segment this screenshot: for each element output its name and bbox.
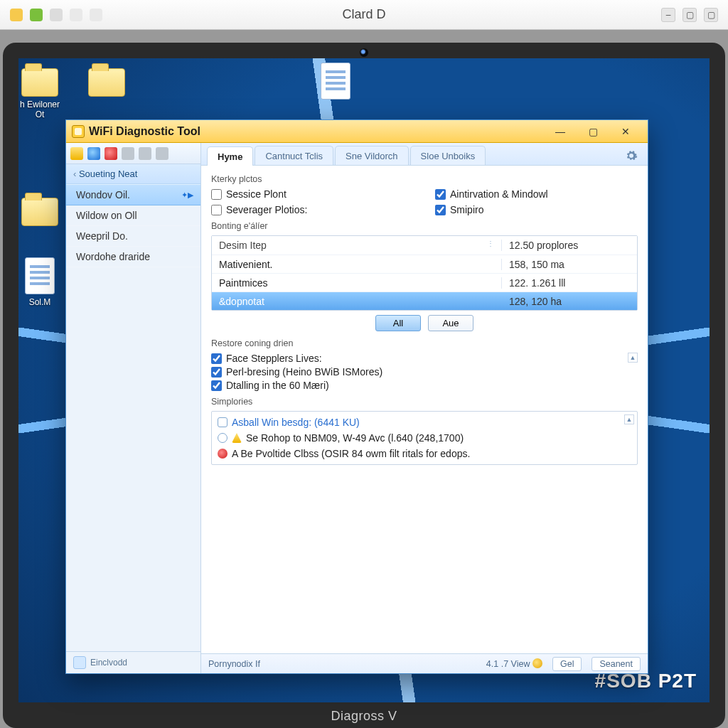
folder-icon — [21, 198, 58, 226]
restore-options: ▲ Face Stepplers Lives:Perl-bresing (Hei… — [211, 353, 638, 391]
sidebar-item[interactable]: Wordohe draride✦▶ — [66, 247, 200, 267]
row-value: 158, 150 ma — [502, 259, 637, 270]
row-name: Paintmices — [212, 277, 502, 289]
table-row[interactable]: &dopnotat128, 120 ha — [212, 291, 637, 310]
log-text: Se Rohop to NBM09, W-49 Avc (l.640 (248,… — [246, 432, 464, 444]
sidebar-footer-label: Einclvodd — [90, 658, 127, 668]
sidebar-item[interactable]: Wildow on Oll✦▶ — [66, 205, 200, 226]
scroll-up-icon[interactable]: ▲ — [628, 353, 638, 363]
status-btn-2[interactable]: Seanent — [592, 657, 641, 671]
row-name: &dopnotat — [212, 296, 502, 307]
row-value: 122. 1.261 lll — [502, 277, 637, 289]
table-row[interactable]: Paintmices122. 1.261 lll — [212, 273, 637, 291]
scroll-up-icon[interactable]: ▲ — [624, 414, 634, 424]
sidebar-item[interactable]: Wondov Oil.✦▶ — [66, 184, 200, 205]
tab-strip: HymeCantnuct TclisSne VildorchSloe Unboi… — [201, 143, 648, 166]
option-label: Face Stepplers Lives: — [226, 353, 322, 364]
sidebar-item[interactable]: Weepril Do.✦▶ — [66, 226, 200, 247]
monitor-brand-label: Diagross V — [18, 709, 710, 724]
desktop[interactable]: #SOB P2T h Ewiloner OtSol.M WiFi Diagnos… — [18, 58, 710, 702]
section-simplories-label: Simplories — [211, 397, 638, 407]
checkbox[interactable] — [211, 353, 222, 364]
status-left: Pornynodix If — [208, 659, 260, 669]
titlebar[interactable]: WiFi Diagnostic Tool — ▢ ✕ — [66, 120, 648, 143]
table-row[interactable]: Mativenient.158, 150 ma — [212, 255, 637, 273]
option[interactable]: Face Stepplers Lives: — [211, 353, 628, 364]
sidebar-item-label: Weepril Do. — [76, 230, 128, 242]
checkbox[interactable] — [211, 380, 222, 391]
desktop-icon[interactable] — [81, 68, 132, 100]
tab[interactable]: Sne Vildorch — [335, 146, 408, 165]
host-title: Clard D — [0, 7, 728, 22]
option[interactable]: Sessice Plont — [211, 188, 414, 200]
maximize-button[interactable]: ▢ — [577, 121, 609, 142]
sidebar-header[interactable]: Soueting Neat — [66, 164, 200, 184]
desktop-icon[interactable] — [310, 63, 361, 102]
checkbox[interactable] — [435, 189, 446, 200]
bars-icon[interactable] — [156, 147, 168, 160]
wrench-icon[interactable] — [122, 147, 134, 160]
chk-icon — [218, 417, 228, 427]
option[interactable]: Perl-bresing (Heino BWiB ISMores) — [211, 366, 638, 378]
row-name: Mativenient. — [212, 259, 502, 270]
aue-button[interactable]: Aue — [428, 315, 473, 331]
tab[interactable]: Hyme — [207, 146, 253, 166]
tab[interactable]: Sloe Unboiks — [410, 146, 486, 165]
host-chrome: Clard D – ▢ ▢ — [0, 0, 728, 30]
record-icon[interactable] — [105, 147, 117, 160]
option-label: Dtalling in the 60 Mæri) — [226, 380, 329, 391]
option[interactable]: Smipiro — [435, 204, 638, 215]
sidebar-item-label: Wordohe draride — [76, 251, 150, 262]
status-btn-1[interactable]: Gel — [552, 657, 582, 671]
option-label: Perl-bresing (Heino BWiB ISMores) — [226, 366, 382, 378]
desktop-icon[interactable]: Sol.M — [14, 257, 65, 307]
desktop-icon[interactable] — [14, 198, 65, 229]
sidebar-footer[interactable]: Einclvodd — [66, 651, 200, 673]
webcam-icon — [360, 48, 368, 57]
all-button[interactable]: All — [375, 315, 421, 331]
statusbar: Pornynodix If 4.1 .7 View Gel Seanent — [201, 653, 648, 673]
section-restore-label: Restore coning drien — [211, 338, 638, 348]
desktop-icon-label: Sol.M — [14, 297, 65, 307]
wifi-icon[interactable] — [139, 147, 151, 160]
folder-icon — [21, 68, 58, 97]
bonting-table: Desim Itep⋮12.50 proploresMativenient.15… — [211, 235, 638, 311]
desktop-icon-label: h Ewiloner Ot — [14, 100, 65, 119]
status-center: 4.1 .7 View — [486, 658, 542, 669]
option-label: Severager Plotios: — [226, 204, 307, 215]
option-label: Smipiro — [450, 204, 483, 215]
option[interactable]: Aintirvation & Mindowl — [435, 188, 638, 200]
sidebar-item-label: Wildow on Oll — [76, 210, 137, 221]
row-value: 128, 120 ha — [502, 296, 637, 307]
coin-icon — [532, 658, 542, 668]
sidebar-item-label: Wondov Oil. — [76, 189, 130, 200]
option-label: Aintirvation & Mindowl — [450, 188, 548, 200]
close-button[interactable]: ✕ — [609, 121, 642, 142]
warn-icon — [232, 433, 242, 443]
err-icon — [218, 449, 228, 459]
option-label: Sessice Plont — [226, 188, 287, 200]
checkbox[interactable] — [211, 205, 222, 215]
sidebar: Soueting Neat Wondov Oil.✦▶Wildow on Oll… — [66, 143, 201, 673]
sidebar-list: Wondov Oil.✦▶Wildow on Oll✦▶Weepril Do.✦… — [66, 184, 200, 651]
desktop-icon[interactable]: h Ewiloner Ot — [14, 68, 65, 119]
option[interactable]: Dtalling in the 60 Mæri) — [211, 380, 638, 391]
section-bonting-label: Bonting e'álíer — [211, 221, 638, 231]
row-value: 12.50 proplores — [502, 240, 637, 251]
checkbox[interactable] — [435, 205, 446, 215]
shield-icon[interactable] — [70, 147, 83, 160]
option[interactable]: Severager Plotios: — [211, 204, 414, 215]
gear-icon[interactable] — [625, 149, 638, 162]
sidebar-toolbar — [66, 143, 200, 164]
row-name: Desim Itep⋮ — [212, 240, 502, 251]
checkbox[interactable] — [211, 367, 222, 378]
table-row[interactable]: Desim Itep⋮12.50 proplores — [212, 236, 637, 255]
globe-icon[interactable] — [87, 147, 100, 160]
minimize-button[interactable]: — — [544, 121, 577, 142]
log-line[interactable]: Asball Win besdg: (6441 KU) — [216, 414, 633, 430]
log-text: A Be Pvoltide Clbss (OSIR 84 owm filt ri… — [232, 448, 470, 459]
log-line: Se Rohop to NBM09, W-49 Avc (l.640 (248,… — [216, 430, 633, 446]
log-line: A Be Pvoltide Clbss (OSIR 84 owm filt ri… — [216, 446, 633, 461]
checkbox[interactable] — [211, 189, 222, 200]
tab[interactable]: Cantnuct Tclis — [255, 146, 333, 165]
